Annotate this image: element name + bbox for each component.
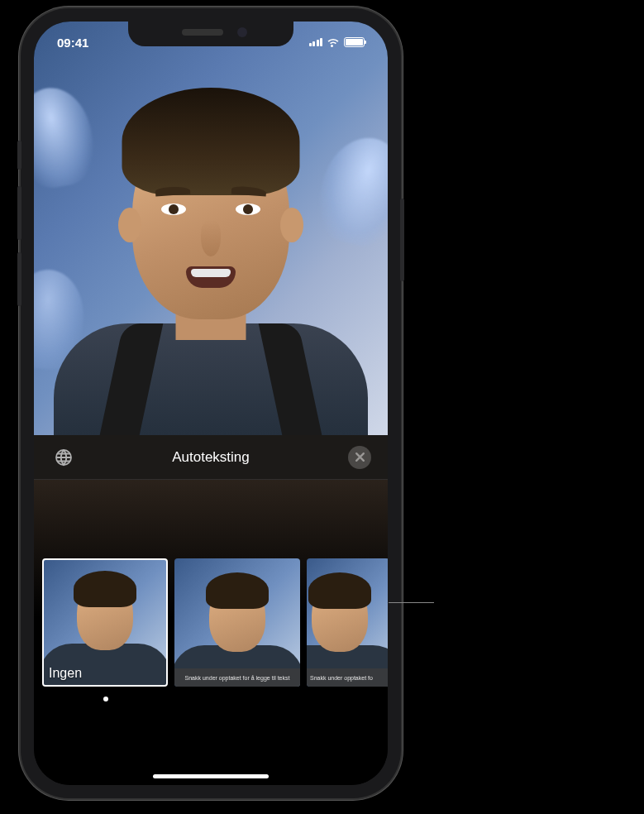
style-thumbnails[interactable]: Ingen Snakk under opptaket for å legge t… [34,558,388,691]
wifi-icon [327,37,340,47]
volume-down-button [17,252,21,306]
thumbnail-label: Ingen [49,666,82,681]
cellular-signal-icon [309,38,323,46]
callout-line [389,602,434,603]
panel-body: Ingen Snakk under opptaket for å legge t… [34,480,388,785]
close-icon [355,452,365,462]
battery-icon [344,37,365,47]
notch [128,22,293,46]
panel-header: Autoteksting [34,435,388,480]
close-button[interactable] [348,446,371,469]
caption-style-preview: Snakk under opptaket fo [307,668,388,687]
language-button[interactable] [50,444,77,471]
volume-up-button [17,186,21,240]
style-option[interactable]: Snakk under opptaket for å legge til tek… [174,558,300,687]
panel-title: Autoteksting [172,449,250,466]
style-option-none[interactable]: Ingen [42,558,168,687]
page-indicator [103,697,108,701]
screen: 09:41 [34,22,388,785]
status-indicators [309,32,365,47]
silence-switch [17,141,21,170]
power-button [400,199,404,281]
caption-style-preview: Snakk under opptaket for å legge til tek… [174,668,300,687]
phone-frame: 09:41 [21,8,401,798]
status-time: 09:41 [57,31,88,50]
style-option[interactable]: Snakk under opptaket fo [307,558,388,687]
person-subject [62,88,360,435]
video-preview[interactable] [34,22,388,435]
home-indicator[interactable] [153,774,269,778]
globe-icon [54,448,74,467]
